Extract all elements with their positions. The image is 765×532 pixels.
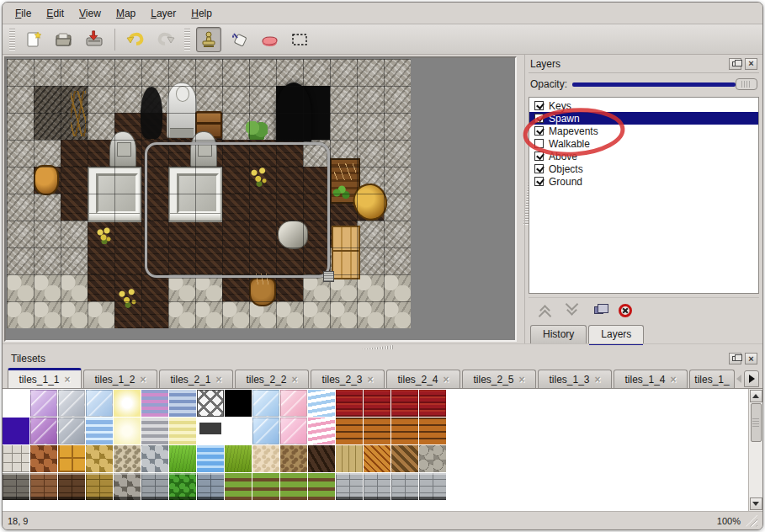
map-tile-stone-wall[interactable] bbox=[7, 86, 34, 113]
save-file-button[interactable] bbox=[82, 27, 107, 52]
map-tile-stone-wall[interactable] bbox=[330, 86, 357, 113]
tile-palette[interactable] bbox=[3, 389, 748, 511]
map-tile-stone-wall[interactable] bbox=[384, 167, 411, 194]
resize-grip[interactable] bbox=[746, 515, 757, 527]
map-tile-stone-wall[interactable] bbox=[384, 247, 411, 274]
palette-tile-glass[interactable] bbox=[58, 390, 85, 417]
palette-tile-solid[interactable] bbox=[3, 418, 29, 444]
cave-opening[interactable] bbox=[276, 82, 311, 141]
palette-tile-logs[interactable] bbox=[419, 445, 446, 472]
map-tile-stone-wall[interactable] bbox=[357, 86, 384, 113]
tilesets-float-button[interactable] bbox=[729, 353, 741, 364]
map-tile-light-cobble[interactable] bbox=[88, 301, 114, 328]
map-tile-stone-wall[interactable] bbox=[7, 113, 34, 140]
map-tile-light-cobble[interactable] bbox=[34, 301, 61, 328]
map-tile-stone-wall[interactable] bbox=[141, 59, 168, 86]
layer-row-above[interactable]: Above bbox=[529, 150, 758, 162]
stamp-tool-button[interactable] bbox=[196, 27, 221, 52]
map-tile-stone-wall[interactable] bbox=[384, 59, 411, 86]
map-tile-stone-wall[interactable] bbox=[61, 247, 88, 274]
palette-tile-cobble[interactable] bbox=[30, 445, 57, 472]
map-tile-stone-wall[interactable] bbox=[276, 59, 303, 86]
menu-view[interactable]: View bbox=[72, 4, 109, 23]
vertical-splitter[interactable] bbox=[518, 55, 524, 343]
palette-tile-brick[interactable] bbox=[141, 473, 168, 500]
float-panel-button[interactable] bbox=[729, 58, 741, 70]
map-tile-stone-wall[interactable] bbox=[330, 59, 357, 86]
map-tile-stone-wall[interactable] bbox=[7, 140, 34, 167]
palette-tile-planks-h[interactable] bbox=[364, 418, 390, 444]
map-tile-stone-wall[interactable] bbox=[61, 221, 88, 247]
scroll-down-button[interactable] bbox=[750, 497, 762, 510]
layer-visibility-checkbox[interactable] bbox=[534, 114, 544, 123]
palette-tile-grass[interactable] bbox=[225, 445, 252, 472]
map-viewport[interactable] bbox=[4, 56, 517, 342]
map-tile-stone-wall[interactable] bbox=[384, 194, 411, 221]
tab-close-icon[interactable]: × bbox=[216, 374, 222, 386]
tab-close-icon[interactable]: × bbox=[671, 374, 677, 386]
palette-tile-ripple[interactable] bbox=[308, 418, 335, 444]
palette-tile-hedge[interactable] bbox=[169, 473, 196, 500]
statue[interactable] bbox=[167, 82, 197, 138]
opacity-slider[interactable] bbox=[572, 77, 757, 91]
palette-scrollbar[interactable] bbox=[748, 389, 762, 511]
map-tile-stone-wall[interactable] bbox=[357, 221, 384, 247]
palette-tile-glass[interactable] bbox=[252, 418, 279, 444]
palette-tile-ripple[interactable] bbox=[308, 390, 335, 417]
palette-tile-brick[interactable] bbox=[336, 473, 363, 500]
palette-tile-carpet[interactable] bbox=[391, 390, 418, 417]
map-tile-dark-floor[interactable] bbox=[276, 274, 303, 301]
palette-tile-glass[interactable] bbox=[58, 418, 85, 444]
palette-tile-stripes[interactable] bbox=[169, 418, 196, 444]
map-tile-stone-wall[interactable] bbox=[384, 140, 411, 167]
palette-tile-glass[interactable] bbox=[30, 390, 57, 417]
tileset-tab-tiles_2_1[interactable]: tiles_2_1× bbox=[159, 370, 233, 388]
map-tile-stone-wall[interactable] bbox=[330, 113, 357, 140]
tall-crate[interactable] bbox=[332, 226, 360, 279]
map-tile-light-cobble[interactable] bbox=[357, 274, 384, 301]
move-layer-up-button[interactable] bbox=[535, 301, 554, 320]
map-tile-dark-floor[interactable] bbox=[61, 140, 88, 167]
menu-file[interactable]: File bbox=[8, 4, 39, 23]
map-tile-stone-wall[interactable] bbox=[88, 113, 114, 140]
palette-tile-planks-h[interactable] bbox=[419, 418, 446, 444]
map-tile-light-cobble[interactable] bbox=[357, 301, 384, 328]
tab-close-icon[interactable]: × bbox=[595, 374, 601, 386]
tileset-tab-tiles_2_5[interactable]: tiles_2_5× bbox=[462, 370, 536, 388]
map-tile-light-cobble[interactable] bbox=[168, 274, 195, 301]
palette-tile-solid[interactable] bbox=[225, 418, 252, 444]
palette-tile-brick[interactable] bbox=[419, 473, 446, 500]
map-tile-stone-wall[interactable] bbox=[7, 59, 34, 86]
map-tile-light-cobble[interactable] bbox=[61, 301, 88, 328]
undo-button[interactable] bbox=[123, 27, 148, 52]
palette-tile-brick[interactable] bbox=[30, 473, 57, 500]
palette-tile-glass[interactable] bbox=[86, 390, 113, 417]
layer-visibility-checkbox[interactable] bbox=[534, 126, 544, 136]
palette-tile-glass[interactable] bbox=[30, 418, 57, 444]
palette-tile-water[interactable] bbox=[86, 418, 113, 444]
hanging-vines[interactable] bbox=[71, 91, 86, 136]
palette-tile-crops[interactable] bbox=[252, 473, 279, 500]
layer-row-ground[interactable]: Ground bbox=[529, 175, 758, 188]
map-tile-light-cobble[interactable] bbox=[61, 274, 88, 301]
menu-layer[interactable]: Layer bbox=[143, 4, 183, 23]
tileset-tab-tiles_2_3[interactable]: tiles_2_3× bbox=[311, 370, 385, 388]
tileset-tab-tiles_2_4[interactable]: tiles_2_4× bbox=[386, 370, 460, 388]
tab-close-icon[interactable]: × bbox=[141, 374, 146, 386]
palette-tile-brick[interactable] bbox=[86, 473, 113, 500]
palette-tile-planks-v[interactable] bbox=[336, 445, 363, 472]
delete-layer-button[interactable] bbox=[616, 301, 635, 320]
fill-tool-button[interactable] bbox=[226, 27, 252, 52]
tab-close-icon[interactable]: × bbox=[444, 374, 449, 386]
move-layer-down-button[interactable] bbox=[562, 301, 581, 320]
map-tile-stone-wall[interactable] bbox=[34, 194, 61, 221]
menu-help[interactable]: Help bbox=[183, 4, 220, 23]
dark-figure[interactable] bbox=[141, 87, 162, 139]
palette-tile-crops[interactable] bbox=[225, 473, 252, 500]
horizontal-splitter[interactable] bbox=[3, 343, 762, 349]
tileset-tab-tiles_1_2[interactable]: tiles_1_2× bbox=[83, 370, 157, 388]
palette-tile-carpet[interactable] bbox=[419, 390, 446, 417]
rect-select-tool-button[interactable] bbox=[287, 27, 312, 52]
palette-tile-stripes[interactable] bbox=[141, 418, 168, 444]
layer-visibility-checkbox[interactable] bbox=[534, 177, 544, 186]
